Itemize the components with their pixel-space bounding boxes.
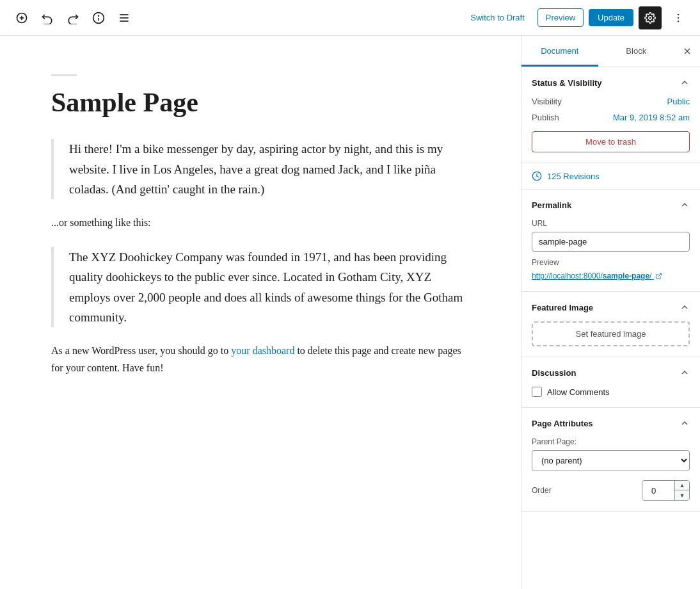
- revisions-icon: [532, 171, 542, 181]
- revisions-section: 125 Revisions: [521, 163, 700, 190]
- redo-button[interactable]: [61, 6, 84, 29]
- update-button[interactable]: Update: [589, 9, 633, 26]
- permalink-content: URL Preview http://localhost:8000/sample…: [521, 219, 700, 291]
- order-label: Order: [532, 486, 552, 495]
- featured-image-toggle[interactable]: [680, 302, 690, 312]
- featured-image-content: Set featured image: [521, 321, 700, 357]
- paragraph-2-before: As a new WordPress user, you should go t…: [51, 345, 231, 356]
- order-row: Order ▲ ▼: [532, 480, 690, 501]
- page-attributes-content: Parent Page: (no parent) Order ▲ ▼: [521, 437, 700, 511]
- blockquote-2: The XYZ Doohickey Company was founded in…: [51, 247, 470, 327]
- allow-comments-checkbox[interactable]: [532, 387, 542, 397]
- paragraph-1: ...or something like this:: [51, 214, 470, 231]
- revisions-row[interactable]: 125 Revisions: [521, 163, 700, 189]
- preview-button[interactable]: Preview: [537, 8, 584, 27]
- parent-page-label: Parent Page:: [532, 437, 690, 446]
- permalink-section: Permalink URL Preview http://localhost:8…: [521, 190, 700, 292]
- status-visibility-header[interactable]: Status & Visibility: [521, 67, 700, 97]
- page-attributes-toggle[interactable]: [680, 418, 690, 428]
- blockquote-2-text: The XYZ Doohickey Company was founded in…: [69, 247, 470, 327]
- tab-document[interactable]: Document: [521, 36, 598, 67]
- paragraph-2: As a new WordPress user, you should go t…: [51, 343, 470, 376]
- svg-point-10: [678, 13, 679, 15]
- discussion-section: Discussion Allow Comments: [521, 357, 700, 408]
- set-featured-image-button[interactable]: Set featured image: [532, 321, 690, 346]
- undo-button[interactable]: [36, 6, 59, 29]
- blockquote-1: Hi there! I'm a bike messenger by day, a…: [51, 139, 470, 199]
- toolbar-right: Switch to Draft Preview Update: [463, 6, 690, 29]
- order-input-wrap: ▲ ▼: [642, 480, 690, 501]
- status-visibility-content: Visibility Public Publish Mar 9, 2019 8:…: [521, 97, 700, 163]
- svg-point-12: [678, 20, 679, 22]
- visibility-row: Visibility Public: [532, 97, 690, 106]
- svg-point-11: [678, 17, 679, 18]
- external-link-icon: [655, 273, 662, 280]
- sidebar: Document Block Status & Visibility: [521, 36, 700, 589]
- permalink-preview-link[interactable]: http://localhost:8000/sample-page/: [532, 271, 662, 280]
- order-spinners: ▲ ▼: [674, 481, 689, 500]
- editor-area: Sample Page Hi there! I'm a bike messeng…: [0, 36, 521, 589]
- add-block-button[interactable]: [10, 6, 33, 29]
- permalink-after: /: [649, 271, 651, 280]
- visibility-label: Visibility: [532, 97, 562, 106]
- permalink-header[interactable]: Permalink: [521, 190, 700, 219]
- discussion-toggle[interactable]: [680, 367, 690, 378]
- page-attributes-section: Page Attributes Parent Page: (no parent)…: [521, 408, 700, 512]
- status-visibility-title: Status & Visibility: [532, 78, 602, 88]
- sidebar-tabs: Document Block: [521, 36, 700, 67]
- permalink-toggle[interactable]: [680, 200, 690, 210]
- featured-image-header[interactable]: Featured Image: [521, 292, 700, 321]
- page-title[interactable]: Sample Page: [51, 86, 470, 118]
- page-attributes-header[interactable]: Page Attributes: [521, 408, 700, 437]
- svg-line-16: [658, 274, 661, 277]
- discussion-title: Discussion: [532, 368, 576, 378]
- order-decrement-button[interactable]: ▼: [675, 490, 689, 500]
- permalink-before: http://localhost:8000/: [532, 271, 603, 280]
- order-increment-button[interactable]: ▲: [675, 481, 689, 490]
- svg-point-9: [649, 16, 652, 19]
- featured-image-section: Featured Image Set featured image: [521, 292, 700, 357]
- status-visibility-toggle[interactable]: [680, 77, 690, 88]
- discussion-content: Allow Comments: [521, 387, 700, 407]
- publish-value[interactable]: Mar 9, 2019 8:52 am: [613, 113, 690, 122]
- page-separator: [51, 74, 77, 76]
- settings-button[interactable]: [639, 6, 662, 29]
- publish-label: Publish: [532, 113, 559, 122]
- blockquote-1-text: Hi there! I'm a bike messenger by day, a…: [69, 139, 470, 199]
- permalink-title: Permalink: [532, 200, 571, 210]
- toolbar: Switch to Draft Preview Update: [0, 0, 700, 36]
- status-visibility-section: Status & Visibility Visibility Public Pu…: [521, 67, 700, 163]
- allow-comments-label[interactable]: Allow Comments: [547, 387, 610, 397]
- info-button[interactable]: [87, 6, 110, 29]
- url-label: URL: [532, 219, 690, 228]
- featured-image-title: Featured Image: [532, 303, 593, 312]
- close-sidebar-button[interactable]: [674, 36, 700, 67]
- revisions-label: 125 Revisions: [547, 172, 600, 181]
- publish-row: Publish Mar 9, 2019 8:52 am: [532, 113, 690, 122]
- dashboard-link[interactable]: your dashboard: [231, 345, 294, 356]
- visibility-value[interactable]: Public: [667, 97, 690, 106]
- discussion-header[interactable]: Discussion: [521, 357, 700, 387]
- move-to-trash-button[interactable]: Move to trash: [532, 131, 690, 152]
- toolbar-left: [10, 6, 136, 29]
- order-input[interactable]: [642, 481, 674, 500]
- main-layout: Sample Page Hi there! I'm a bike messeng…: [0, 36, 700, 589]
- list-view-button[interactable]: [113, 6, 136, 29]
- more-options-button[interactable]: [667, 6, 690, 29]
- switch-draft-button[interactable]: Switch to Draft: [463, 9, 532, 26]
- url-input[interactable]: [532, 232, 690, 252]
- allow-comments-row: Allow Comments: [532, 387, 690, 397]
- tab-block[interactable]: Block: [598, 36, 675, 67]
- permalink-anchor: sample-page: [603, 271, 649, 280]
- parent-page-select[interactable]: (no parent): [532, 450, 690, 471]
- preview-label: Preview: [532, 258, 690, 267]
- page-attributes-title: Page Attributes: [532, 419, 593, 428]
